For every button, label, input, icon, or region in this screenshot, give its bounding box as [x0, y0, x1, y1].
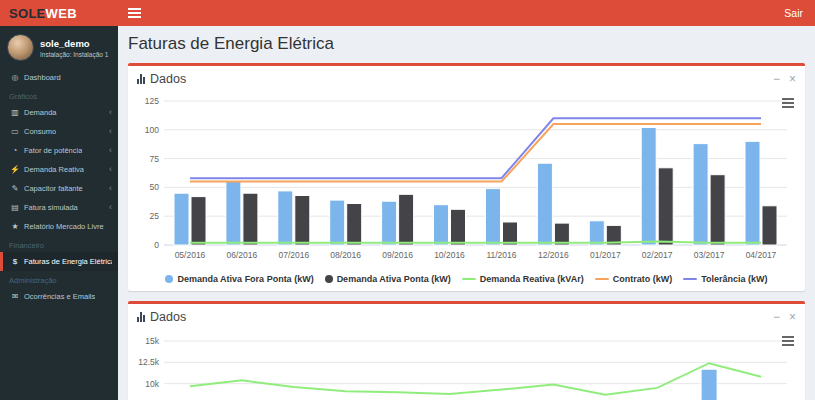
- legend-marker: [462, 278, 476, 280]
- legend-label: Demanda Ativa Ponta (kW): [337, 274, 451, 284]
- pencil-icon: ✎: [10, 184, 20, 193]
- demand-chart[interactable]: 025507510012505/201606/201607/201608/201…: [134, 95, 799, 271]
- chevron-left-icon: ‹: [109, 127, 112, 136]
- legend-marker: [595, 278, 609, 280]
- sidebar-item-label: Capacitor faltante: [24, 184, 83, 193]
- dollar-icon: $: [10, 257, 20, 266]
- file-icon: ▤: [10, 203, 20, 212]
- sidebar-item-label: Faturas de Energia Elétrica: [24, 257, 112, 266]
- chevron-left-icon: ‹: [109, 108, 112, 117]
- monitor-icon: ▭: [10, 127, 20, 136]
- close-icon[interactable]: ×: [789, 311, 796, 323]
- app-logo[interactable]: SOLEWEB: [0, 0, 118, 26]
- star-icon: ★: [10, 222, 20, 231]
- sidebar-section-graficos: Gráficos: [0, 87, 118, 103]
- close-icon[interactable]: ×: [789, 73, 796, 85]
- chevron-left-icon: ‹: [109, 165, 112, 174]
- dashboard-icon: ◎: [10, 73, 20, 82]
- sidebar-item-relatorio-mercado-livre[interactable]: ★Relatório Mercado Livre: [0, 217, 118, 236]
- collapse-icon[interactable]: −: [773, 73, 780, 85]
- legend-item[interactable]: Demanda Ativa Fora Ponta (kW): [165, 274, 313, 284]
- sidebar-item-label: Ocorrências e Emails: [24, 292, 95, 301]
- sidebar-item-fatura-simulada[interactable]: ▤Fatura simulada‹: [0, 198, 118, 217]
- chart-menu-icon[interactable]: [780, 96, 796, 110]
- panel-title: Dados: [150, 72, 186, 86]
- svg-text:12/2016: 12/2016: [538, 250, 569, 260]
- sidebar: sole_demo Instalação: Instalação 1 ◎Dash…: [0, 26, 118, 400]
- sidebar-item-capacitor-faltante[interactable]: ✎Capacitor faltante‹: [0, 179, 118, 198]
- svg-text:02/2017: 02/2017: [642, 250, 673, 260]
- user-name: sole_demo: [40, 38, 108, 49]
- svg-text:07/2016: 07/2016: [278, 250, 309, 260]
- chevron-left-icon: ‹: [109, 184, 112, 193]
- invoice-chart[interactable]: 02.5k5k7.5k10k12.5k15k05/201606/201607/2…: [134, 333, 799, 400]
- svg-text:11/2016: 11/2016: [486, 250, 516, 260]
- svg-text:03/2017: 03/2017: [694, 250, 725, 260]
- chart-legend: Demanda Ativa Fora Ponta (kW)Demanda Ati…: [134, 271, 799, 286]
- panel-dados-1: Dados − × 025507510012505/201606/201607/…: [128, 63, 805, 291]
- page-title: Faturas de Energia Elétrica: [128, 34, 805, 54]
- collapse-icon[interactable]: −: [773, 311, 780, 323]
- sidebar-item-dashboard[interactable]: ◎Dashboard: [0, 68, 118, 87]
- bar-chart-icon: [137, 312, 145, 322]
- chevron-left-icon: ‹: [109, 203, 112, 212]
- sidebar-item-label: Consumo: [24, 127, 56, 136]
- sidebar-item-label: Dashboard: [24, 73, 61, 82]
- panel-tools: − ×: [773, 311, 796, 323]
- topbar: SOLEWEB Sair: [0, 0, 815, 26]
- legend-marker: [683, 278, 697, 280]
- legend-label: Demanda Reativa (kVAr): [480, 274, 584, 284]
- sidebar-item-label: Demanda: [24, 108, 57, 117]
- user-installation: Instalação: Instalação 1: [40, 51, 108, 58]
- invoice-chart-body: 02.5k5k7.5k10k12.5k15k05/201606/201607/2…: [128, 329, 805, 400]
- svg-text:12.5k: 12.5k: [138, 357, 160, 367]
- svg-text:01/2017: 01/2017: [590, 250, 621, 260]
- sidebar-item-faturas-de-energia-eletrica[interactable]: $Faturas de Energia Elétrica: [0, 252, 118, 271]
- chevron-left-icon: ‹: [109, 146, 112, 155]
- sidebar-item-consumo[interactable]: ▭Consumo‹: [0, 122, 118, 141]
- sidebar-item-demanda[interactable]: ▥Demanda‹: [0, 103, 118, 122]
- svg-text:05/2016: 05/2016: [175, 250, 206, 260]
- svg-text:50: 50: [150, 182, 160, 192]
- legend-label: Tolerância (kW): [701, 274, 767, 284]
- svg-text:25: 25: [150, 211, 160, 221]
- svg-text:04/2017: 04/2017: [746, 250, 777, 260]
- panel-header: Dados − ×: [128, 304, 805, 329]
- svg-text:08/2016: 08/2016: [330, 250, 361, 260]
- sidebar-item-demanda-reativa[interactable]: ⚡Demanda Reativa‹: [0, 160, 118, 179]
- sidebar-item-fator-de-potencia[interactable]: ◔Fator de potência‹: [0, 141, 118, 160]
- legend-label: Contrato (kW): [613, 274, 673, 284]
- sidebar-section-administracao: Administração: [0, 271, 118, 287]
- legend-label: Demanda Ativa Fora Ponta (kW): [177, 274, 313, 284]
- svg-text:100: 100: [145, 125, 159, 135]
- legend-item[interactable]: Contrato (kW): [595, 274, 673, 284]
- panel-tools: − ×: [773, 73, 796, 85]
- panel-title: Dados: [150, 310, 186, 324]
- gauge-icon: ◔: [10, 146, 20, 155]
- svg-text:0: 0: [154, 240, 159, 250]
- legend-item[interactable]: Demanda Reativa (kVAr): [462, 274, 584, 284]
- main-content: Faturas de Energia Elétrica Dados − × 02…: [118, 26, 815, 400]
- bar-chart-icon: [137, 74, 145, 84]
- demand-chart-body: 025507510012505/201606/201607/201608/201…: [128, 91, 805, 291]
- legend-marker: [325, 275, 333, 283]
- avatar: [7, 34, 34, 61]
- panel-dados-2: Dados − × 02.5k5k7.5k10k12.5k15k05/20160…: [128, 301, 805, 400]
- legend-item[interactable]: Tolerância (kW): [683, 274, 767, 284]
- sidebar-toggle-icon[interactable]: [118, 0, 150, 26]
- sidebar-item-label: Relatório Mercado Livre: [24, 222, 104, 231]
- sidebar-item-label: Fatura simulada: [24, 203, 78, 212]
- svg-text:75: 75: [150, 154, 160, 164]
- sidebar-menu: ◎DashboardGráficos▥Demanda‹▭Consumo‹◔Fat…: [0, 68, 118, 306]
- sidebar-item-label: Demanda Reativa: [24, 165, 84, 174]
- chart-menu-icon[interactable]: [780, 334, 796, 348]
- user-panel: sole_demo Instalação: Instalação 1: [0, 26, 118, 68]
- sidebar-section-financeiro: Financeiro: [0, 236, 118, 252]
- svg-text:09/2016: 09/2016: [382, 250, 413, 260]
- bar-chart-icon: ▥: [10, 108, 20, 117]
- sidebar-item-ocorrencias-e-emails[interactable]: ✉Ocorrências e Emails: [0, 287, 118, 306]
- logout-link[interactable]: Sair: [772, 0, 815, 26]
- legend-item[interactable]: Demanda Ativa Ponta (kW): [325, 274, 451, 284]
- svg-text:10k: 10k: [145, 379, 159, 389]
- logo-text-web: WEB: [46, 6, 77, 21]
